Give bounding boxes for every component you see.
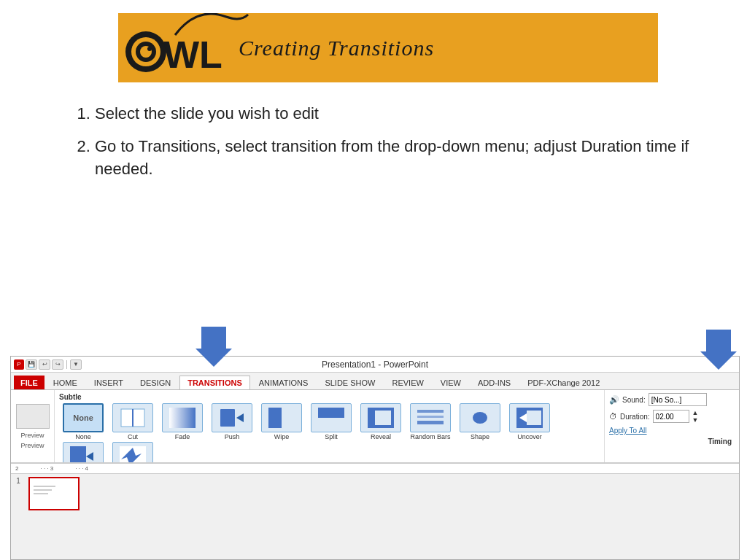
reveal-icon[interactable]	[360, 403, 401, 432]
owl-tail-decoration	[168, 13, 255, 39]
split-icon[interactable]	[311, 403, 352, 432]
tab-file[interactable]: FILE	[14, 376, 44, 389]
tab-insert[interactable]: INSERT	[86, 376, 131, 389]
uncover-label: Uncover	[517, 433, 542, 440]
svg-marker-6	[196, 327, 232, 367]
subtle-row2: Cover Flash	[59, 442, 600, 462]
random-bars-icon[interactable]	[410, 403, 451, 432]
ppt-app-icon: P	[14, 359, 24, 370]
transition-shape[interactable]: Shape	[456, 403, 504, 440]
svg-rect-20	[417, 410, 444, 413]
tab-animations[interactable]: ANIMATIONS	[251, 376, 317, 389]
shape-icon[interactable]	[460, 403, 500, 432]
svg-marker-7	[700, 330, 737, 370]
transition-cut[interactable]: Cut	[109, 403, 157, 440]
redo-button[interactable]: ↪	[52, 359, 63, 370]
preview-label: Preview	[20, 432, 44, 439]
sound-input[interactable]	[649, 393, 707, 406]
timing-label: Timing	[708, 438, 732, 446]
fade-label: Fade	[175, 433, 190, 440]
preview-thumbnail[interactable]	[16, 404, 50, 429]
svg-rect-29	[70, 446, 86, 462]
svg-rect-107	[34, 486, 55, 487]
svg-rect-16	[318, 408, 344, 418]
svg-point-24	[473, 412, 487, 424]
timing-ruler: 2 · · · 3 · · · 4	[11, 463, 739, 473]
ppt-window: P 💾 ↩ ↪ ▼ Presentation1 - PowerPoint FIL…	[10, 356, 740, 560]
transition-push[interactable]: Push	[208, 403, 256, 440]
tab-addins[interactable]: ADD-INS	[470, 376, 519, 389]
subtle-label: Subtle	[59, 393, 600, 401]
svg-text:WL: WL	[163, 34, 222, 76]
transition-uncover[interactable]: Uncover	[506, 403, 554, 440]
transition-random-bars[interactable]: Random Bars	[406, 403, 454, 440]
preview-panel: Preview Preview	[11, 390, 55, 462]
cover-icon[interactable]	[63, 442, 104, 462]
none-icon[interactable]: None	[63, 403, 104, 432]
duration-input[interactable]	[653, 410, 689, 423]
slide-thumbnail[interactable]	[28, 477, 80, 510]
slide-thumb-svg	[32, 480, 76, 508]
slide-number: 1	[11, 474, 26, 513]
fade-icon[interactable]	[162, 403, 203, 432]
instruction-step1: Select the slide you wish to edit	[95, 103, 747, 125]
cut-icon[interactable]	[112, 403, 153, 432]
flash-icon[interactable]	[112, 442, 153, 462]
svg-rect-21	[417, 416, 444, 418]
transition-wipe[interactable]: Wipe	[258, 403, 306, 440]
more-button[interactable]: ▼	[70, 359, 82, 370]
shape-label: Shape	[471, 433, 489, 440]
svg-rect-10	[169, 408, 196, 428]
ruler-mark-4: · · · 4	[75, 465, 88, 472]
ruler-mark-2: 2	[15, 465, 18, 472]
push-icon[interactable]	[212, 403, 252, 432]
svg-rect-26	[527, 411, 541, 425]
uncover-icon[interactable]	[509, 403, 550, 432]
svg-point-4	[147, 47, 152, 51]
svg-rect-11	[220, 409, 235, 427]
transition-flash[interactable]: Flash	[109, 442, 157, 462]
svg-rect-109	[34, 493, 48, 494]
instruction-step2: Go to Transitions, select transition fro…	[95, 136, 747, 181]
svg-rect-18	[375, 411, 391, 425]
transition-none[interactable]: None None	[59, 403, 107, 440]
ribbon-content: Preview Preview Subtle None None Cut	[11, 390, 739, 463]
tab-view[interactable]: VIEW	[433, 376, 469, 389]
sound-label: Sound:	[622, 396, 646, 404]
ruler-mark-3: · · · 3	[40, 465, 53, 472]
window-title: Presentation1 - PowerPoint	[322, 359, 428, 370]
arrow2-icon	[700, 330, 737, 370]
banner-title: Creating Transitions	[239, 36, 434, 61]
preview-label2: Preview	[20, 442, 44, 449]
tab-home[interactable]: HOME	[45, 376, 85, 389]
cut-label: Cut	[128, 433, 138, 440]
split-label: Split	[325, 433, 338, 440]
apply-all-button[interactable]: Apply To All	[609, 427, 647, 435]
push-label: Push	[225, 433, 240, 440]
svg-rect-108	[34, 489, 52, 491]
transitions-area: Subtle None None Cut	[55, 390, 604, 462]
transition-reveal[interactable]: Reveal	[357, 403, 405, 440]
transition-cover[interactable]: Cover	[59, 442, 107, 462]
tab-review[interactable]: REVIEW	[384, 376, 431, 389]
reveal-label: Reveal	[371, 433, 391, 440]
subtle-row1: None None Cut Fade	[59, 403, 600, 440]
none-label: None	[75, 433, 91, 440]
instructions: Select the slide you wish to edit Go to …	[73, 103, 747, 180]
tab-transitions[interactable]: TRANSITIONS	[179, 376, 250, 389]
wipe-icon[interactable]	[261, 403, 302, 432]
duration-spinner[interactable]: ▲▼	[692, 409, 699, 424]
transition-split[interactable]: Split	[307, 403, 355, 440]
tab-design[interactable]: DESIGN	[132, 376, 179, 389]
ribbon-tabs: FILE HOME INSERT DESIGN TRANSITIONS ANIM…	[11, 373, 739, 390]
random-bars-label: Random Bars	[410, 433, 450, 440]
right-panel: 🔊 Sound: ⏱ Duration: ▲▼ Apply To All Tim…	[604, 390, 739, 462]
arrow1-icon	[196, 327, 232, 367]
transition-fade[interactable]: Fade	[158, 403, 206, 440]
undo-button[interactable]: ↩	[39, 359, 50, 370]
tab-slideshow[interactable]: SLIDE SHOW	[317, 376, 383, 389]
svg-rect-22	[417, 421, 444, 424]
tab-pdf[interactable]: PDF-XChange 2012	[519, 376, 608, 389]
save-button[interactable]: 💾	[26, 359, 37, 370]
svg-marker-12	[236, 413, 244, 422]
